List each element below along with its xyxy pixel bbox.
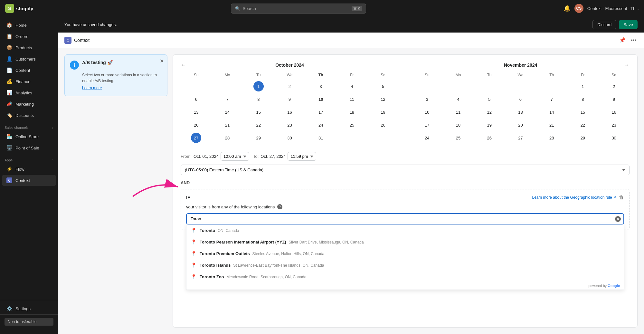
oct-day-20[interactable]: 20 [181,119,212,131]
oct-day-6[interactable]: 6 [181,93,212,106]
nov-day-1[interactable]: 1 [567,80,599,93]
nov-day-30[interactable]: 30 [598,131,630,144]
oct-day-10[interactable]: 10 [305,93,336,106]
oct-day-28[interactable]: 28 [212,131,243,144]
oct-day-11[interactable]: 11 [336,93,368,106]
nov-day-23[interactable]: 23 [598,119,630,131]
sidebar-item-customers[interactable]: 👤 Customers [2,53,56,64]
oct-day-16[interactable]: 16 [274,106,305,119]
oct-day-5[interactable]: 5 [367,80,399,93]
oct-day-14[interactable]: 14 [212,106,243,119]
sidebar-item-content[interactable]: 📄 Content [2,65,56,76]
ab-learn-more-link[interactable]: Learn more [82,85,102,91]
delete-rule-button[interactable]: 🗑 [619,195,624,200]
sidebar-item-flow[interactable]: ⚡ Flow [2,164,56,175]
nov-day-18[interactable]: 18 [443,119,474,131]
sidebar-item-pos[interactable]: 🖥️ Point of Sale [2,142,56,153]
nov-day-19[interactable]: 19 [474,119,505,131]
nov-day-28[interactable]: 28 [536,131,567,144]
nov-day-22[interactable]: 22 [567,119,599,131]
sidebar-item-home[interactable]: 🏠 Home [2,20,56,31]
oct-day-1[interactable]: 1 [243,80,274,93]
discard-button[interactable]: Discard [592,20,616,29]
nov-day-24[interactable]: 24 [412,131,443,144]
oct-day-4[interactable]: 4 [336,80,368,93]
oct-day-17[interactable]: 17 [305,106,336,119]
help-icon[interactable]: ? [277,204,282,209]
nov-day-12[interactable]: 12 [474,106,505,119]
oct-day-31[interactable]: 31 [305,131,336,144]
nov-day-25[interactable]: 25 [443,131,474,144]
nov-day-5[interactable]: 5 [474,93,505,106]
sidebar-item-context[interactable]: C Context [2,175,56,186]
oct-day-13[interactable]: 13 [181,106,212,119]
oct-day-8[interactable]: 8 [243,93,274,106]
nov-day-8[interactable]: 8 [567,93,599,106]
nov-day-6[interactable]: 6 [505,93,536,106]
oct-day-26[interactable]: 26 [367,119,399,131]
oct-day-21[interactable]: 21 [212,119,243,131]
prev-month-button[interactable]: ← [181,62,186,68]
nov-day-15[interactable]: 15 [567,106,599,119]
suggestion-pearson[interactable]: 📍 Toronto Pearson International Airport … [186,236,624,248]
oct-day-24[interactable]: 24 [305,119,336,131]
next-month-button[interactable]: → [624,62,630,68]
nov-day-16[interactable]: 16 [598,106,630,119]
sidebar-item-online-store[interactable]: 🏪 Online Store [2,131,56,142]
nov-day-21[interactable]: 21 [536,119,567,131]
nov-day-7[interactable]: 7 [536,93,567,106]
oct-day-29[interactable]: 29 [243,131,274,144]
nov-day-17[interactable]: 17 [412,119,443,131]
oct-day-23[interactable]: 23 [274,119,305,131]
nov-day-14[interactable]: 14 [536,106,567,119]
nov-day-2[interactable]: 2 [598,80,630,93]
timezone-select[interactable]: (UTC-05:00) Eastern Time (US & Canada) [181,165,630,175]
oct-day-15[interactable]: 15 [243,106,274,119]
save-button[interactable]: Save [619,20,638,29]
nov-day-20[interactable]: 20 [505,119,536,131]
oct-day-22[interactable]: 22 [243,119,274,131]
nov-day-29[interactable]: 29 [567,131,599,144]
suggestion-islands[interactable]: 📍 Toronto Islands St Lawrence-East Bayfr… [186,259,624,271]
avatar[interactable]: CS [574,4,583,13]
oct-day-12[interactable]: 12 [367,93,399,106]
from-time-select[interactable]: 12:00 am [221,152,249,161]
oct-day-19[interactable]: 19 [367,106,399,119]
sidebar-item-orders[interactable]: 📋 Orders [2,31,56,42]
to-time-select[interactable]: 11:59 pm [288,152,316,161]
oct-day-18[interactable]: 18 [336,106,368,119]
oct-day-27[interactable]: 27 [181,131,212,144]
suggestion-toronto[interactable]: 📍 Toronto ON, Canada [186,224,624,236]
suggestion-premium-outlets[interactable]: 📍 Toronto Premium Outlets Steeles Avenue… [186,248,624,259]
nov-day-11[interactable]: 11 [443,106,474,119]
more-button[interactable]: ••• [630,36,638,44]
ab-card-close-button[interactable]: ✕ [160,58,164,64]
nov-day-4[interactable]: 4 [443,93,474,106]
oct-day-30[interactable]: 30 [274,131,305,144]
nov-day-27[interactable]: 27 [505,131,536,144]
sidebar-item-finance[interactable]: 💰 Finance [2,76,56,87]
oct-day-2[interactable]: 2 [274,80,305,93]
bell-icon[interactable]: 🔔 [564,5,571,12]
sidebar-item-marketing[interactable]: 📣 Marketing [2,99,56,110]
search-bar[interactable]: 🔍 Search ⌘ K [231,4,366,14]
nov-day-26[interactable]: 26 [474,131,505,144]
nov-day-13[interactable]: 13 [505,106,536,119]
nov-day-10[interactable]: 10 [412,106,443,119]
oct-day-25[interactable]: 25 [336,119,368,131]
sidebar-item-discounts[interactable]: 🏷️ Discounts [2,110,56,121]
nov-day-3[interactable]: 3 [412,93,443,106]
oct-day-3[interactable]: 3 [305,80,336,93]
search-clear-button[interactable]: ✕ [615,216,621,222]
nov-day-9[interactable]: 9 [598,93,630,106]
oct-day-9[interactable]: 9 [274,93,305,106]
shopify-logo[interactable]: S shopify [5,4,33,13]
sidebar-item-products[interactable]: 📦 Products [2,42,56,53]
sidebar-item-settings[interactable]: ⚙️ Settings [2,303,56,314]
geographic-learn-more-link[interactable]: Learn more about the Geographic location… [532,195,617,200]
pin-button[interactable]: 📌 [618,36,627,44]
oct-day-7[interactable]: 7 [212,93,243,106]
location-search-input[interactable] [186,213,624,224]
suggestion-zoo[interactable]: 📍 Toronto Zoo Meadowvale Road, Scarborou… [186,271,624,282]
sidebar-item-analytics[interactable]: 📊 Analytics [2,87,56,98]
